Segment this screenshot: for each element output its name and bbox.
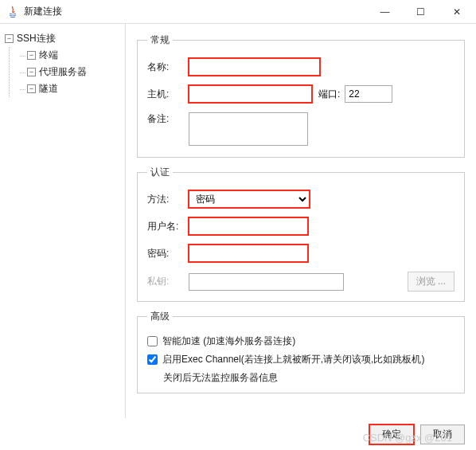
- name-input[interactable]: [189, 58, 320, 76]
- form-pane: 常规 名称: 主机: 端口: 备注: 认证 方法: 密码: [126, 24, 476, 418]
- user-label: 用户名:: [147, 220, 189, 233]
- browse-button: 浏览 ...: [408, 272, 455, 292]
- advanced-group: 高级 智能加速 (加速海外服务器连接) 启用Exec Channel(若连接上就…: [137, 310, 465, 393]
- collapse-icon[interactable]: −: [27, 51, 36, 60]
- remark-label: 备注:: [147, 112, 189, 126]
- password-input[interactable]: [189, 245, 308, 262]
- host-input[interactable]: [189, 85, 312, 103]
- tree-item-terminal[interactable]: − 终端: [21, 47, 120, 64]
- username-input[interactable]: [189, 217, 308, 235]
- exec-label: 启用Exec Channel(若连接上就被断开,请关闭该项,比如跳板机): [162, 353, 424, 366]
- tree-root-ssh[interactable]: − SSH连接: [5, 30, 120, 47]
- name-label: 名称:: [147, 61, 189, 74]
- collapse-icon[interactable]: −: [27, 84, 36, 93]
- window-title: 新建连接: [24, 5, 367, 18]
- title-bar: 新建连接 — ☐ ✕: [0, 0, 476, 24]
- accel-checkbox[interactable]: [147, 336, 158, 346]
- dialog-footer: 确定 取消: [0, 418, 476, 450]
- window-controls: — ☐ ✕: [367, 1, 474, 23]
- general-group: 常规 名称: 主机: 端口: 备注:: [137, 33, 465, 158]
- exec-checkbox[interactable]: [147, 354, 158, 365]
- port-input[interactable]: [345, 85, 392, 103]
- nav-tree: − SSH连接 − 终端 − 代理服务器 − 隧道: [0, 24, 126, 418]
- method-select[interactable]: 密码: [189, 190, 310, 208]
- key-label: 私钥:: [147, 275, 189, 288]
- collapse-icon[interactable]: −: [5, 34, 14, 43]
- java-icon: [6, 6, 19, 18]
- private-key-input: [189, 273, 344, 291]
- content-area: − SSH连接 − 终端 − 代理服务器 − 隧道 常规 名称:: [0, 24, 476, 418]
- tree-item-label: 代理服务器: [39, 65, 87, 79]
- collapse-icon[interactable]: −: [27, 68, 36, 76]
- pwd-label: 密码:: [147, 247, 189, 260]
- auth-legend: 认证: [147, 166, 173, 179]
- cancel-button[interactable]: 取消: [420, 425, 465, 444]
- remark-input[interactable]: [189, 112, 308, 146]
- tree-item-proxy[interactable]: − 代理服务器: [21, 64, 120, 80]
- ok-button[interactable]: 确定: [369, 425, 414, 444]
- exec-note: 关闭后无法监控服务器信息: [163, 371, 455, 385]
- host-label: 主机:: [147, 88, 189, 101]
- method-label: 方法:: [147, 193, 189, 206]
- tree-item-tunnel[interactable]: − 隧道: [21, 80, 120, 97]
- close-button[interactable]: ✕: [439, 1, 474, 23]
- accel-row[interactable]: 智能加速 (加速海外服务器连接): [147, 335, 455, 348]
- maximize-button[interactable]: ☐: [403, 1, 439, 23]
- general-legend: 常规: [147, 33, 173, 47]
- tree-item-label: 隧道: [39, 82, 58, 96]
- exec-row[interactable]: 启用Exec Channel(若连接上就被断开,请关闭该项,比如跳板机): [147, 353, 455, 366]
- advanced-legend: 高级: [147, 310, 173, 323]
- port-label: 端口:: [318, 88, 340, 101]
- minimize-button[interactable]: —: [367, 1, 403, 23]
- accel-label: 智能加速 (加速海外服务器连接): [162, 335, 295, 348]
- tree-root-label: SSH连接: [17, 32, 56, 45]
- auth-group: 认证 方法: 密码 用户名: 密码: 私钥: 浏览 ...: [137, 166, 465, 302]
- tree-item-label: 终端: [39, 49, 58, 62]
